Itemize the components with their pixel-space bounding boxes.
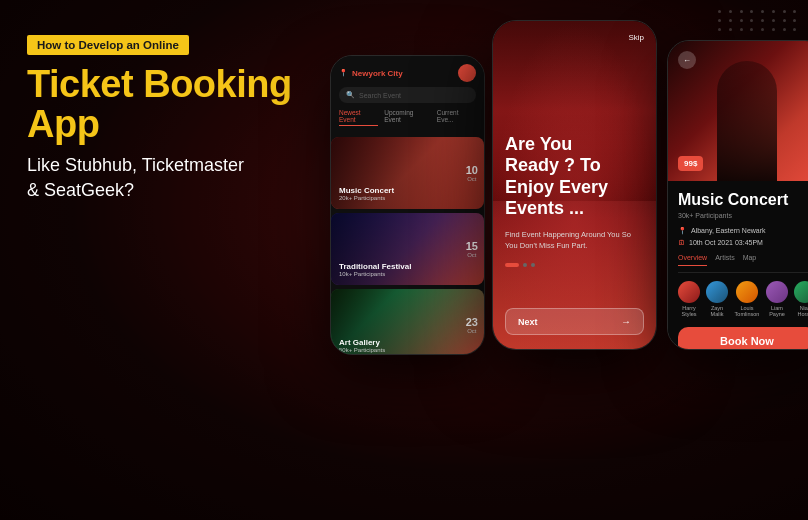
onboard-line3: Enjoy Every	[505, 177, 608, 197]
dot-2	[523, 263, 527, 267]
artist-3-name: Louis Tomlinson	[734, 305, 760, 317]
event-hero-image: ← ♥ 99$	[668, 41, 808, 181]
price-badge: 99$	[678, 156, 703, 171]
artist-4: Liam Payne	[766, 281, 788, 317]
phone-center-inner: Skip Are You Ready ? To Enjoy Every Even…	[493, 21, 656, 349]
left-section: How to Develop an Online Ticket Booking …	[0, 0, 320, 233]
search-bar[interactable]: 🔍 Search Event	[339, 87, 476, 103]
tab-overview[interactable]: Overview	[678, 254, 707, 266]
next-arrow-icon: →	[621, 316, 631, 327]
skip-button[interactable]: Skip	[628, 33, 644, 42]
event-detail-participants: 30k+ Participants	[678, 212, 808, 219]
event-location: Albany, Eastern Newark	[691, 227, 766, 234]
badge-label: How to Develop an Online	[27, 35, 189, 55]
sub-title-line1: Like Stubhub, Ticketmaster	[27, 155, 244, 175]
onboard-headline: Are You Ready ? To Enjoy Every Events ..…	[505, 134, 644, 220]
artist-3-avatar	[736, 281, 758, 303]
next-button[interactable]: Next →	[505, 308, 644, 335]
dot-1	[505, 263, 519, 267]
detail-tabs: Overview Artists Map	[678, 254, 808, 273]
tab-current[interactable]: Current Eve...	[437, 109, 476, 126]
event-1-participants: 20k+ Participants	[339, 195, 454, 201]
onboard-subtext: Find Event Happening Around You So You D…	[505, 230, 644, 251]
search-placeholder: Search Event	[359, 92, 401, 99]
event-card-2[interactable]: Traditional Festival 10k+ Participants 1…	[331, 213, 484, 285]
artist-4-name: Liam Payne	[766, 305, 788, 317]
main-title: Ticket Booking App	[27, 65, 295, 145]
dot-3	[531, 263, 535, 267]
event-1-name: Music Concert	[339, 186, 454, 195]
artist-5-avatar	[794, 281, 808, 303]
phone-left: 📍 Newyork City 🔍 Search Event Newest Eve…	[330, 55, 485, 355]
artist-3: Louis Tomlinson	[734, 281, 760, 317]
artist-1-name: Harry Styles	[678, 305, 700, 317]
artist-5-name: Niall Horan	[794, 305, 808, 317]
phone-left-header: 📍 Newyork City 🔍 Search Event Newest Eve…	[331, 56, 484, 137]
event-1-date: 10 Oct	[466, 165, 478, 182]
event-2-day: 15	[466, 241, 478, 252]
event-2-month: Oct	[466, 252, 478, 258]
event-tabs-row: Newest Event Upcoming Event Current Eve.…	[339, 109, 476, 126]
phone-right: ← ♥ 99$ Music Concert 30k+ Participants …	[667, 40, 808, 350]
event-detail-title: Music Concert	[678, 191, 808, 209]
event-1-day: 10	[466, 165, 478, 176]
artist-2-avatar	[706, 281, 728, 303]
event-card-1[interactable]: Music Concert 20k+ Participants 10 Oct	[331, 137, 484, 209]
event-2-participants: 10k+ Participants	[339, 271, 454, 277]
location-info-row: 📍 Albany, Eastern Newark	[678, 227, 808, 235]
artist-1-avatar	[678, 281, 700, 303]
onboard-line2: Ready ? To	[505, 155, 601, 175]
tab-newest[interactable]: Newest Event	[339, 109, 378, 126]
artist-5: Niall Horan	[794, 281, 808, 317]
phone-location-row: 📍 Newyork City	[339, 64, 476, 82]
location-icon: 📍	[339, 69, 348, 77]
tab-map[interactable]: Map	[743, 254, 757, 266]
onboard-line1: Are You	[505, 134, 572, 154]
event-1-month: Oct	[466, 176, 478, 182]
phone-center: Skip Are You Ready ? To Enjoy Every Even…	[492, 20, 657, 350]
datetime-info-row: 🗓 10th Oct 2021 03:45PM	[678, 239, 808, 246]
artist-1: Harry Styles	[678, 281, 700, 317]
main-content: How to Develop an Online Ticket Booking …	[0, 0, 808, 520]
event-2-name: Traditional Festival	[339, 262, 454, 271]
event-detail-content: Music Concert 30k+ Participants 📍 Albany…	[668, 181, 808, 350]
event-3-month: Oct	[466, 328, 478, 334]
location-pin-icon: 📍	[678, 227, 687, 235]
event-3-participants: 50k+ Participants	[339, 347, 454, 353]
event-3-date: 23 Oct	[466, 317, 478, 334]
sub-title: Like Stubhub, Ticketmaster & SeatGeek?	[27, 153, 295, 203]
tab-upcoming[interactable]: Upcoming Event	[384, 109, 431, 126]
event-3-name: Art Gallery	[339, 338, 454, 347]
pagination-dots	[505, 263, 644, 267]
back-button[interactable]: ←	[678, 51, 696, 69]
event-datetime: 10th Oct 2021 03:45PM	[689, 239, 763, 246]
artists-row: Harry Styles Zayn Malik Louis Tomlinson …	[678, 281, 808, 317]
user-avatar	[458, 64, 476, 82]
event-card-3[interactable]: Art Gallery 50k+ Participants 23 Oct	[331, 289, 484, 355]
tab-artists[interactable]: Artists	[715, 254, 734, 266]
artist-4-avatar	[766, 281, 788, 303]
artist-2: Zayn Malik	[706, 281, 728, 317]
onboard-line4: Events ...	[505, 198, 584, 218]
phones-container: 📍 Newyork City 🔍 Search Event Newest Eve…	[320, 0, 808, 520]
artist-2-name: Zayn Malik	[706, 305, 728, 317]
event-3-day: 23	[466, 317, 478, 328]
next-label: Next	[518, 317, 538, 327]
location-text: Newyork City	[352, 69, 403, 78]
event-2-date: 15 Oct	[466, 241, 478, 258]
book-now-button[interactable]: Book Now	[678, 327, 808, 350]
search-icon: 🔍	[346, 91, 355, 99]
calendar-icon: 🗓	[678, 239, 685, 246]
sub-title-line2: & SeatGeek?	[27, 180, 134, 200]
